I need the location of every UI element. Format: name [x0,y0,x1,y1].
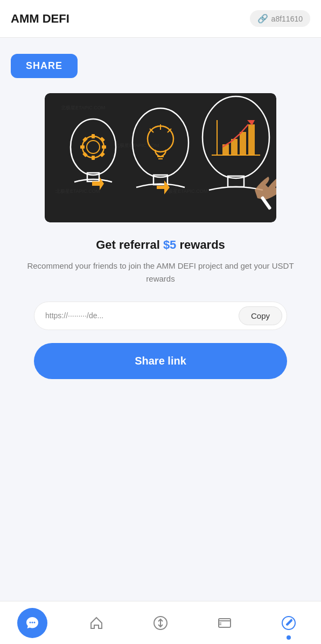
svg-rect-9 [92,134,95,138]
nav-item-chat[interactable] [0,601,64,644]
referral-description: Recommend your friends to join the AMM D… [16,260,305,285]
app-title: AMM DEFI [11,12,69,26]
svg-text:北极星ETAPIC.COM: 北极星ETAPIC.COM [115,143,159,148]
svg-point-37 [29,621,31,623]
share-link-button[interactable]: Share link [34,343,287,379]
profile-icon [281,615,296,631]
heading-suffix: rewards [176,238,225,251]
svg-text:北极星ETAPIC.COM: 北极星ETAPIC.COM [163,188,207,194]
svg-rect-12 [102,145,106,149]
profile-notification-dot [287,635,291,640]
referral-image-container: 北极星ETAPIC.COM 北极星ETAPIC.COM 北极星ETAPIC.CO… [45,93,276,222]
chat-button[interactable] [17,608,47,638]
session-id: a8f11610 [271,15,303,23]
svg-rect-0 [45,93,276,222]
nav-item-profile[interactable] [257,601,321,644]
link-icon: 🔗 [257,13,268,24]
svg-point-38 [31,621,33,623]
heading-prefix: Get referral [96,238,163,251]
chalkboard-illustration: 北极星ETAPIC.COM 北极星ETAPIC.COM 北极星ETAPIC.CO… [45,93,276,222]
bottom-nav [0,601,321,644]
transfer-icon [153,615,168,631]
app-header: AMM DEFI 🔗 a8f11610 [0,0,321,38]
reward-amount: $5 [163,238,176,251]
svg-rect-11 [80,145,85,149]
svg-rect-10 [92,156,95,160]
svg-text:北极星ETAPIC.COM: 北极星ETAPIC.COM [61,105,105,110]
chat-icon [25,616,39,630]
referral-heading: Get referral $5 rewards [16,237,305,253]
copy-button[interactable]: Copy [239,306,282,325]
svg-rect-34 [248,124,255,155]
nav-item-transfer[interactable] [128,601,192,644]
svg-point-39 [33,621,35,623]
referral-image: 北极星ETAPIC.COM 北极星ETAPIC.COM 北极星ETAPIC.CO… [45,93,276,222]
url-copy-row: https://·········/de... Copy [34,302,287,330]
svg-rect-33 [240,132,246,155]
home-icon [89,615,104,631]
main-content: SHARE 北极星ETAPIC.COM 北极星ETAPIC.COM 北极星ETA… [0,38,321,444]
share-top-button[interactable]: SHARE [11,54,78,78]
nav-item-home[interactable] [64,601,128,644]
id-badge: 🔗 a8f11610 [250,10,310,27]
wallet-icon [217,615,232,631]
nav-item-wallet[interactable] [193,601,257,644]
svg-text:北极星ETAPIC.COM: 北极星ETAPIC.COM [55,188,100,194]
referral-text-section: Get referral $5 rewards Recommend your f… [11,237,310,285]
referral-url: https://·········/de... [45,311,233,320]
